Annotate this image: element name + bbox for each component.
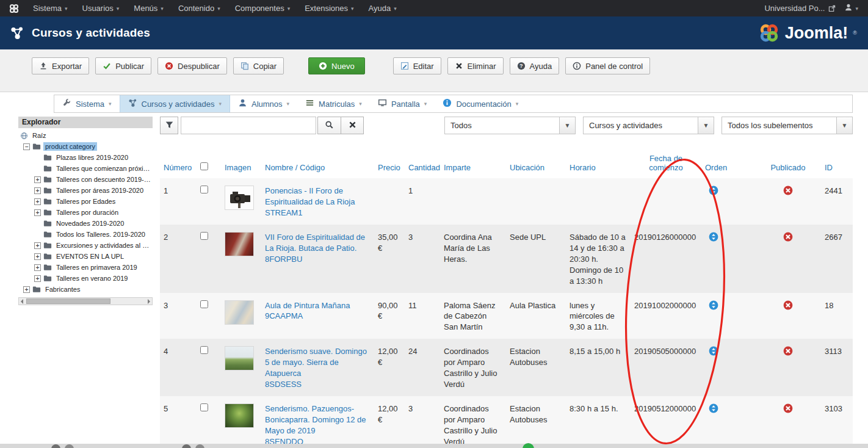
filter-funnel-button[interactable] (160, 117, 178, 134)
menu-menus[interactable]: Menús▾ (126, 0, 171, 16)
unpublished-icon[interactable] (783, 349, 793, 358)
panel-de-control-button[interactable]: Panel de control (565, 57, 650, 74)
plus-expander-icon[interactable]: + (34, 176, 41, 183)
tree-item-talleres-con-descuento-2019-2020[interactable]: +Talleres con descuento 2019-2020 (18, 174, 153, 185)
tree-item-excursiones-y-actividades-al-aire-libre[interactable]: +Excursiones y actividades al aire libre (18, 240, 153, 251)
order-icon[interactable] (709, 234, 718, 244)
column-header-orden[interactable]: Orden (705, 163, 727, 172)
row-checkbox[interactable] (200, 232, 208, 240)
product-name-link[interactable]: Senderismo. Pazuengos-Bonicaparra. Domin… (265, 404, 366, 435)
product-name-link[interactable]: Ponencias - II Foro de Espiritualidad de… (265, 186, 355, 206)
column-header-horario[interactable]: Horario (570, 163, 596, 172)
plus-expander-icon[interactable]: + (34, 198, 41, 205)
product-code-link[interactable]: 8SDSESS (265, 380, 302, 389)
product-image[interactable] (225, 232, 254, 256)
plus-expander-icon[interactable]: + (34, 242, 41, 249)
order-icon[interactable] (709, 188, 718, 197)
plus-expander-icon[interactable]: + (23, 286, 30, 293)
ayuda-button[interactable]: ?Ayuda (510, 57, 560, 74)
product-name-link[interactable]: VII Foro de Espiritualidad de La Rioja. … (265, 233, 365, 253)
tree-item-fabricantes[interactable]: +Fabricantes (18, 284, 153, 295)
tab-matriculas[interactable]: Matriculas▾ (297, 95, 370, 112)
tab-documentacion[interactable]: Documentación▾ (435, 95, 526, 112)
tree-item-plazas-libres-2019-2020[interactable]: Plazas libres 2019-2020 (18, 152, 153, 163)
column-header-imparte[interactable]: Imparte (444, 163, 471, 172)
select-all-checkbox[interactable] (200, 162, 208, 170)
column-header-id[interactable]: ID (825, 163, 833, 172)
menu-contenido[interactable]: Contenido▾ (171, 0, 228, 16)
product-name-link[interactable]: Senderismo suave. Domingo 5 de mayo. Sie… (265, 347, 367, 378)
product-image[interactable] (225, 300, 254, 325)
tab-sistema[interactable]: Sistema▾ (54, 95, 120, 112)
product-name-link[interactable]: Aula de Pintura Mañana (265, 301, 350, 310)
select-cursos-y-actividades[interactable]: Cursos y actividades▼ (583, 117, 714, 134)
tree-item-talleres-en-verano-2019[interactable]: +Talleres en verano 2019 (18, 273, 153, 284)
tab-cursos-y-actividades[interactable]: Cursos y actividades▾ (120, 95, 230, 112)
scrollbar-thumb[interactable] (26, 298, 110, 304)
tab-pantalla[interactable]: Pantalla▾ (370, 95, 435, 112)
menu-ayuda[interactable]: Ayuda▾ (361, 0, 404, 16)
column-header-cantidad[interactable]: Cantidad (408, 163, 440, 172)
column-header-numero[interactable]: Número (164, 163, 192, 172)
tree-item-raiz[interactable]: Raíz (18, 130, 153, 141)
editar-button[interactable]: Editar (393, 57, 441, 74)
column-header-nombre[interactable]: Nombre / Código (265, 163, 325, 172)
plus-expander-icon[interactable]: + (34, 253, 41, 260)
scroll-left-arrow-icon[interactable] (21, 299, 23, 304)
column-header-imagen[interactable]: Imagen (225, 163, 251, 172)
unpublished-icon[interactable] (783, 234, 793, 244)
tree-horizontal-scrollbar[interactable] (18, 297, 153, 305)
order-icon[interactable] (709, 303, 718, 312)
tree-item-product-category[interactable]: −product category (18, 141, 153, 152)
order-icon[interactable] (709, 349, 718, 358)
product-image[interactable] (225, 346, 254, 370)
menu-extensiones[interactable]: Extensiones▾ (297, 0, 361, 16)
row-checkbox[interactable] (200, 403, 208, 411)
tree-item-talleres-por-areas-2019-2020[interactable]: +Talleres por áreas 2019-2020 (18, 185, 153, 196)
despublicar-button[interactable]: Despublicar (157, 57, 227, 74)
column-header-ubicacion[interactable]: Ubicación (510, 163, 544, 172)
minus-expander-icon[interactable]: − (23, 143, 30, 150)
user-menu[interactable]: ▾ (844, 3, 858, 13)
product-code-link[interactable]: 9CAAPMA (265, 311, 303, 320)
tree-item-todos-los-talleres-2019-2020[interactable]: Todos los Talleres. 2019-2020 (18, 229, 153, 240)
menu-sistema[interactable]: Sistema▾ (26, 0, 75, 16)
product-image[interactable] (225, 186, 254, 210)
site-name-link[interactable]: Universidad Po... (764, 4, 836, 13)
search-input[interactable] (181, 117, 316, 134)
tab-alumnos[interactable]: Alumnos▾ (230, 95, 297, 112)
plus-expander-icon[interactable]: + (34, 264, 41, 271)
unpublished-icon[interactable] (783, 303, 793, 312)
order-icon[interactable] (709, 406, 718, 415)
row-checkbox[interactable] (200, 186, 208, 193)
plus-expander-icon[interactable]: + (34, 187, 41, 194)
tree-item-novedades-2019-2020[interactable]: Novedades 2019-2020 (18, 218, 153, 229)
unpublished-icon[interactable] (783, 406, 793, 415)
select-todos[interactable]: Todos▼ (444, 117, 576, 134)
product-code-link[interactable]: STREAM1 (265, 208, 302, 217)
select-todos-los-subelementos[interactable]: Todos los subelementos▼ (722, 117, 853, 134)
nuevo-button[interactable]: Nuevo (308, 57, 365, 74)
exportar-button[interactable]: Exportar (32, 57, 89, 74)
search-button[interactable] (317, 117, 341, 134)
tree-item-talleres-en-primavera-2019[interactable]: +Talleres en primavera 2019 (18, 262, 153, 273)
column-header-precio[interactable]: Precio (378, 163, 400, 172)
tree-item-talleres-por-edades[interactable]: +Talleres por Edades (18, 196, 153, 207)
scroll-right-arrow-icon[interactable] (148, 299, 150, 304)
tree-item-talleres-que-comienzan-proximamente[interactable]: Talleres que comienzan próximamente (18, 163, 153, 174)
plus-expander-icon[interactable]: + (34, 275, 41, 282)
menu-usuarios[interactable]: Usuarios▾ (75, 0, 127, 16)
column-header-publicado[interactable]: Publicado (770, 163, 805, 172)
copiar-button[interactable]: Copiar (233, 57, 284, 74)
tree-item-talleres-por-duracion[interactable]: +Talleres por duración (18, 207, 153, 218)
product-code-link[interactable]: 8FORPBU (265, 255, 302, 264)
eliminar-button[interactable]: Eliminar (447, 57, 504, 74)
clear-search-button[interactable] (341, 117, 364, 134)
tree-item-eventos-en-la-upl[interactable]: +EVENTOS EN LA UPL (18, 251, 153, 262)
plus-expander-icon[interactable]: + (34, 209, 41, 216)
row-checkbox[interactable] (200, 300, 208, 308)
column-header-fecha[interactable]: Fecha de comienzo (649, 154, 683, 172)
menu-componentes[interactable]: Componentes▾ (228, 0, 297, 16)
unpublished-icon[interactable] (783, 188, 793, 197)
publicar-button[interactable]: Publicar (95, 57, 151, 74)
